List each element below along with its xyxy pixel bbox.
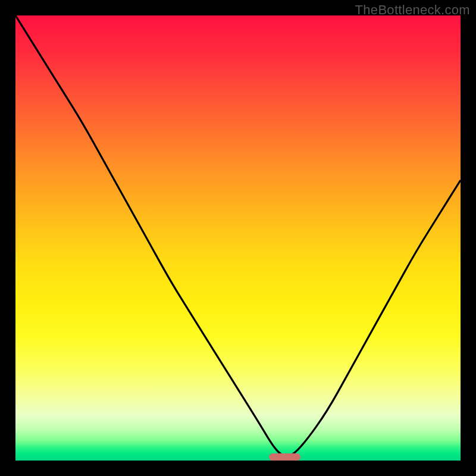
chart-frame: TheBottleneck.com — [0, 0, 476, 476]
minimum-marker — [269, 453, 300, 461]
watermark-text: TheBottleneck.com — [355, 2, 470, 18]
bottleneck-curve — [15, 15, 461, 461]
curve-path — [15, 15, 461, 456]
plot-area — [15, 15, 461, 461]
